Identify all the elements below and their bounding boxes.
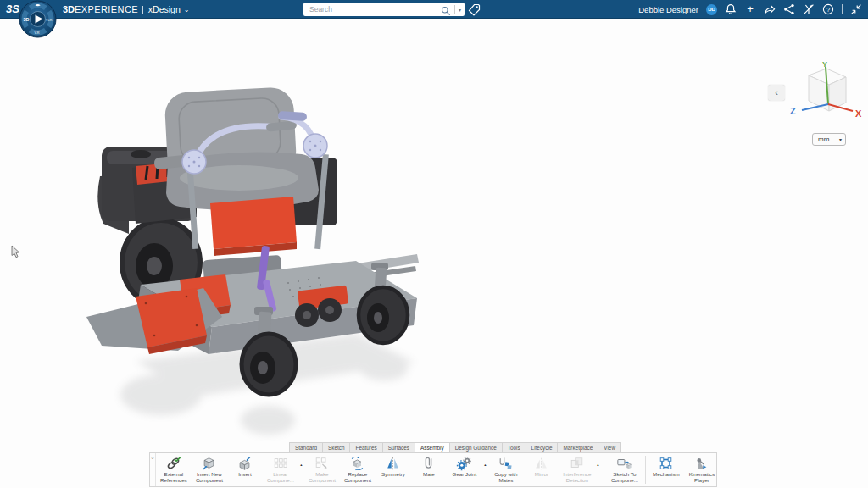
tab-marketplace[interactable]: Marketplace [557, 442, 598, 452]
ribbon-toolbar: ⌄ External ReferencesInsert New Componen… [149, 452, 717, 487]
search-divider [454, 5, 455, 14]
insert-new-component-icon [201, 456, 218, 471]
tool-label: Linear Compone... [263, 472, 298, 484]
ribbon-collapse-chevron[interactable]: ⌄ [150, 453, 156, 486]
swym-icon[interactable] [803, 3, 815, 15]
search-input[interactable] [309, 5, 441, 14]
model-viewport[interactable]: ‹ Y Z X mm ▾ [0, 19, 868, 488]
user-name[interactable]: Debbie Designer [638, 5, 698, 14]
tool-label: Symmetry [381, 472, 405, 478]
flyout-arrow-icon[interactable]: ▴ [298, 453, 304, 486]
toolbar-separator [645, 456, 646, 484]
tool-copy-with-mates[interactable]: Copy with Mates [488, 453, 524, 486]
tool-symmetry[interactable]: Symmetry [376, 453, 411, 486]
mirror-icon [533, 456, 550, 471]
search-icon[interactable] [441, 4, 451, 14]
tab-lifecycle[interactable]: Lifecycle [526, 442, 558, 452]
copy-with-mates-icon [498, 456, 515, 471]
compass-south-label[interactable]: V.R [35, 31, 40, 35]
symmetry-icon [385, 456, 402, 471]
dropdown-arrow-icon: ▾ [839, 136, 842, 142]
gear-joint-icon [456, 456, 473, 471]
mower-model[interactable] [76, 66, 432, 452]
tool-interference-detection: Interference Detection [559, 453, 595, 486]
make-component-icon [314, 456, 331, 471]
tool-sketch-to-component[interactable]: Sketch To Compone... [607, 453, 643, 486]
compass-east-label[interactable]: V+R [46, 19, 53, 22]
3dexperience-compass[interactable]: 3D V+R V.R [19, 0, 57, 38]
tool-label: Replace Component [340, 472, 376, 484]
sketch-to-component-icon [616, 456, 633, 471]
notifications-bell-icon[interactable] [725, 3, 737, 15]
orientation-triad[interactable]: Y Z X [788, 60, 865, 130]
triad-y-label: Y [822, 60, 827, 69]
tool-label: Insert [238, 472, 251, 478]
brand-experience: EXPERIENCE [75, 4, 138, 14]
toolbar-separator [604, 456, 604, 484]
tool-label: Mate [423, 472, 435, 478]
tool-make-component: Make Component [304, 453, 340, 486]
add-icon[interactable]: + [744, 3, 756, 15]
share-forward-icon[interactable] [764, 3, 776, 15]
mechanism-icon [658, 456, 675, 471]
tool-label: Kinematics Player [684, 472, 720, 484]
ribbon-tabs: StandardSketchFeaturesSurfacesAssemblyDe… [289, 442, 621, 452]
share-network-icon[interactable] [783, 3, 795, 15]
tool-insert[interactable]: Insert [227, 453, 263, 486]
tab-tools[interactable]: Tools [502, 442, 526, 452]
kinematics-player-icon [693, 456, 710, 471]
tab-view[interactable]: View [598, 442, 621, 452]
insert-icon [236, 456, 253, 471]
tool-gear-joint[interactable]: Gear Joint [447, 453, 482, 486]
tool-mechanism[interactable]: Mechanism [648, 453, 684, 486]
search-bar[interactable]: ▾ [303, 3, 465, 16]
tool-kinematics-player[interactable]: Kinematics Player [684, 453, 720, 486]
help-icon[interactable]: ? [822, 3, 834, 15]
triad-z-label: Z [790, 106, 796, 116]
tab-surfaces[interactable]: Surfaces [382, 442, 415, 452]
tool-replace-component[interactable]: Replace Component [340, 453, 376, 486]
app-branding: 3DEXPERIENCE|xDesign⌄ [63, 0, 189, 19]
tab-standard[interactable]: Standard [289, 442, 322, 452]
tool-label: External References [156, 472, 192, 484]
tool-label: Sketch To Compone... [607, 472, 643, 484]
triad-x-label: X [855, 108, 862, 119]
tab-assembly[interactable]: Assembly [415, 442, 449, 453]
tool-linear-component: Linear Compone... [263, 453, 298, 486]
units-value: mm [818, 136, 839, 143]
interference-detection-icon [569, 456, 586, 471]
compass-west-label[interactable]: 3D [24, 17, 30, 22]
external-references-icon [165, 456, 182, 471]
tag-icon[interactable] [468, 3, 481, 16]
mouse-cursor-icon [11, 245, 20, 258]
search-options-arrow-icon[interactable]: ▾ [459, 7, 461, 13]
top-bar: 3S 3DEXPERIENCE|xDesign⌄ ▾ Debbie Design… [0, 0, 868, 19]
tab-sketch[interactable]: Sketch [322, 442, 350, 452]
tab-features[interactable]: Features [349, 442, 381, 452]
svg-text:?: ? [826, 6, 830, 14]
app-name[interactable]: xDesign [148, 4, 181, 14]
chevron-down-icon[interactable]: ⌄ [184, 6, 190, 14]
flyout-arrow-icon[interactable]: ▴ [482, 453, 488, 486]
tool-label: Make Component [304, 472, 340, 484]
tool-label: Copy with Mates [488, 472, 524, 484]
tool-mate[interactable]: Mate [411, 453, 447, 486]
tab-design-guidance[interactable]: Design Guidance [449, 442, 502, 452]
tool-label: Mirror [535, 472, 548, 478]
topbar-divider [842, 4, 843, 14]
ribbon-tools: External ReferencesInsert New ComponentI… [156, 453, 720, 486]
topbar-right-cluster: Debbie Designer DD + ? [638, 0, 862, 19]
flyout-arrow-icon[interactable]: ▴ [595, 453, 601, 486]
brand-3d: 3D [63, 4, 75, 14]
tool-insert-new-component[interactable]: Insert New Component [192, 453, 227, 486]
xdesign-app-window: 3S 3DEXPERIENCE|xDesign⌄ ▾ Debbie Design… [0, 0, 868, 488]
units-dropdown[interactable]: mm ▾ [812, 133, 846, 146]
avatar[interactable]: DD [706, 4, 717, 15]
tool-mirror: Mirror [524, 453, 559, 486]
mate-icon [420, 456, 437, 471]
chevron-left-icon: ‹ [775, 87, 778, 97]
tool-external-references[interactable]: External References [156, 453, 192, 486]
collapse-window-icon[interactable] [850, 3, 862, 15]
panel-collapse-button[interactable]: ‹ [768, 85, 785, 101]
tool-label: Gear Joint [453, 472, 477, 478]
